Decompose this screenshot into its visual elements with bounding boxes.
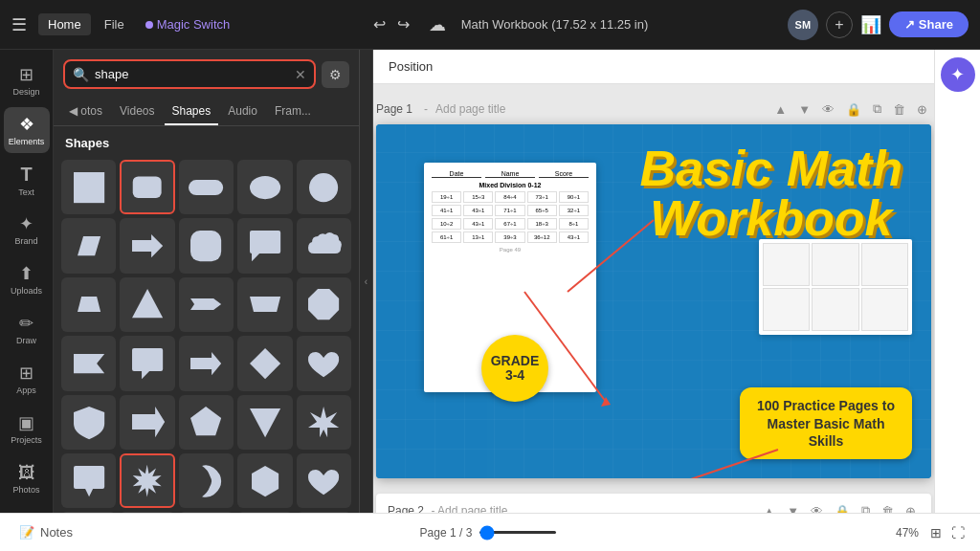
search-input[interactable] [95, 61, 289, 87]
sidebar-item-brand[interactable]: ✦ Brand [4, 207, 50, 253]
canvas-scroll[interactable]: Page 1 - Add page title ▲ ▼ 👁 🔒 ⧉ 🗑 ⊕ [373, 84, 934, 513]
page1-copy-btn[interactable]: ⧉ [869, 99, 885, 119]
page2-copy-btn[interactable]: ⧉ [858, 501, 874, 513]
magic-switch-btn[interactable]: Magic Switch [145, 17, 231, 32]
undo-button[interactable]: ↩ [369, 11, 390, 37]
shape-item-star5[interactable] [179, 512, 234, 513]
ws-cell: 36÷12 [527, 231, 557, 243]
shape-item-heart[interactable] [297, 336, 351, 390]
shape-item-starburst2[interactable] [120, 453, 174, 508]
tab-videos[interactable]: Videos [112, 99, 162, 125]
page2-add-btn[interactable]: ⊕ [902, 501, 920, 513]
page1-title-placeholder[interactable]: Add page title [435, 102, 505, 116]
page2-delete-btn[interactable]: 🗑 [878, 501, 898, 513]
share-icon: ↗ [904, 17, 915, 32]
sidebar-item-elements[interactable]: ❖ Elements [4, 107, 50, 153]
tab-shapes[interactable]: Shapes [165, 99, 219, 125]
shape-item-hexagon[interactable] [237, 453, 292, 508]
filter-button[interactable]: ⚙ [322, 61, 349, 88]
shape-item-message-bubble[interactable] [120, 336, 174, 390]
page1-delete-btn[interactable]: 🗑 [889, 99, 909, 119]
sidebar-item-uploads[interactable]: ⬆ Uploads [4, 256, 50, 302]
shape-item-circle[interactable] [297, 160, 351, 214]
shape-item-starburst[interactable] [297, 395, 351, 450]
sidebar-item-draw[interactable]: ✏ Draw [4, 306, 50, 352]
panel-collapse-handle[interactable]: ‹ [360, 50, 373, 513]
sidebar-item-design[interactable]: ⊞ Design [4, 57, 50, 103]
page-slider[interactable] [479, 531, 556, 534]
sidebar-item-text[interactable]: T Text [4, 157, 50, 203]
shape-item-triangle[interactable] [120, 277, 174, 332]
notes-button[interactable]: 📝 Notes [11, 521, 80, 543]
shape-item-triangle-down[interactable] [237, 395, 292, 450]
shape-item-right-arrow-block[interactable] [120, 395, 174, 450]
shape-item-curved-arrow[interactable] [179, 336, 234, 390]
shape-item-parallelogram[interactable] [61, 218, 116, 273]
ws-cell: 73÷1 [527, 191, 557, 203]
shape-item-square[interactable] [61, 160, 116, 214]
shape-item-arrow-right[interactable] [120, 218, 174, 273]
shape-item-trapezoid[interactable] [61, 277, 116, 332]
page1-title-dash: - [424, 102, 428, 116]
share-button[interactable]: ↗ Share [889, 11, 969, 37]
sidebar-item-photos[interactable]: 🖼 Photos [4, 455, 50, 501]
ws-name-field: Name [485, 170, 535, 178]
page2-up-btn[interactable]: ▲ [759, 501, 779, 513]
ws-title: Mixed Division 0-12 [432, 182, 589, 188]
shape-item-kite[interactable] [61, 512, 116, 513]
shape-item-speech-rounded[interactable] [61, 453, 116, 508]
shape-item-pentagon[interactable] [179, 395, 234, 450]
tab-frames[interactable]: Fram... [267, 99, 319, 125]
analytics-button[interactable]: 📊 [860, 14, 881, 35]
ws-cell: 43÷1 [463, 218, 493, 230]
shape-item-octagon[interactable] [297, 277, 351, 332]
shape-item-oval[interactable] [237, 160, 292, 214]
page1-lock-btn[interactable]: 🔒 [842, 99, 865, 119]
shape-item-trapezoid2[interactable] [237, 277, 292, 332]
shape-item-crescent[interactable] [179, 453, 234, 508]
redo-button[interactable]: ↪ [393, 11, 413, 37]
page1-up-btn[interactable]: ▲ [770, 99, 791, 119]
ws-cell: 90÷1 [559, 191, 589, 203]
grid-view-button[interactable]: ⊞ [926, 521, 946, 544]
ai-assistant-button[interactable]: ✦ [941, 57, 975, 92]
shape-item-shield[interactable] [61, 395, 116, 450]
nav-tab-home[interactable]: Home [38, 13, 91, 35]
page2-down-btn[interactable]: ▼ [783, 501, 803, 513]
nav-tab-file[interactable]: File [95, 13, 134, 35]
grade-badge: GRADE 3-4 [481, 335, 548, 402]
page1-down-btn[interactable]: ▼ [794, 99, 814, 119]
shape-item-cross[interactable] [120, 512, 174, 513]
shape-item-speech-bubble[interactable] [237, 218, 292, 273]
sidebar-label-text: Text [18, 187, 34, 197]
zoom-level: 47% [896, 526, 919, 540]
search-input-wrap: 🔍 ✕ [63, 59, 316, 89]
mini-ws-5 [812, 288, 858, 331]
shape-item-heart2[interactable] [297, 453, 351, 508]
shape-item-rounded-square[interactable] [179, 218, 234, 273]
cloud-save-button[interactable]: ☁ [429, 14, 446, 35]
shape-item-rhombus[interactable] [237, 512, 292, 513]
page1-view-btn[interactable]: 👁 [818, 99, 838, 119]
shape-item-irregular[interactable] [297, 512, 351, 513]
clear-search-button[interactable]: ✕ [295, 67, 306, 82]
shape-item-diamond[interactable] [237, 336, 292, 390]
shape-item-rounded-rect[interactable] [120, 160, 174, 214]
page2-lock-btn[interactable]: 🔒 [831, 501, 854, 513]
svg-marker-12 [308, 289, 339, 320]
ws-cell: 13÷1 [463, 231, 493, 243]
page1-more-btn[interactable]: ⊕ [913, 99, 931, 119]
fullscreen-button[interactable]: ⛶ [947, 521, 969, 544]
add-collaborator-button[interactable]: + [826, 11, 853, 38]
sidebar-item-projects[interactable]: ▣ Projects [4, 406, 50, 452]
shape-item-arrow-notch[interactable] [179, 277, 234, 332]
page2-controls: ▲ ▼ 👁 🔒 ⧉ 🗑 ⊕ [759, 501, 920, 513]
shape-item-pill[interactable] [179, 160, 234, 214]
shape-item-flag-banner[interactable] [61, 336, 116, 390]
shape-item-cloud[interactable] [297, 218, 351, 273]
tab-photos[interactable]: ◀ otos [61, 99, 110, 125]
sidebar-item-apps[interactable]: ⊞ Apps [4, 356, 50, 402]
page2-view-btn[interactable]: 👁 [807, 501, 827, 513]
menu-icon[interactable]: ☰ [11, 14, 27, 35]
tab-audio[interactable]: Audio [220, 99, 265, 125]
